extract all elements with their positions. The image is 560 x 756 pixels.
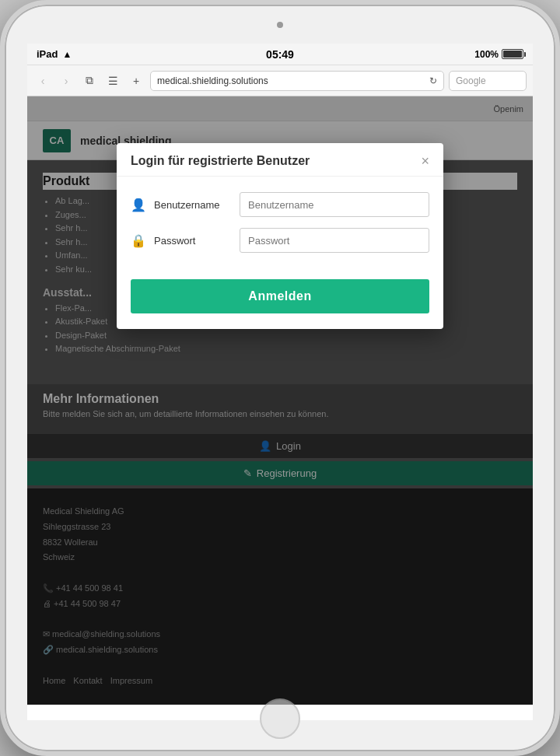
battery-icon [502, 49, 523, 59]
address-text: medical.shielding.solutions [157, 75, 429, 86]
username-label: Benutzername [154, 199, 240, 211]
ipad-screen: iPad ▲ 05:49 100% ‹ › ⧉ ☰ + [27, 44, 533, 720]
ipad-frame: iPad ▲ 05:49 100% ‹ › ⧉ ☰ + [0, 0, 560, 756]
clock: 05:49 [266, 48, 294, 61]
modal-title: Login für registrierte Benutzer [131, 154, 310, 168]
modal-header: Login für registrierte Benutzer × [117, 143, 443, 177]
ipad-camera [277, 22, 283, 28]
forward-button[interactable]: › [57, 72, 75, 90]
username-icon: 👤 [131, 198, 154, 212]
login-modal: Login für registrierte Benutzer × 👤 Benu… [117, 143, 443, 329]
anmelden-button[interactable]: Anmelden [131, 279, 429, 313]
username-input[interactable] [240, 192, 429, 217]
address-bar[interactable]: medical.shielding.solutions ↻ [150, 71, 444, 91]
search-placeholder: Google [456, 75, 486, 86]
webpage: Öpenim CA medical shielding Produkt Ab L… [27, 96, 533, 705]
status-bar: iPad ▲ 05:49 100% [27, 44, 533, 65]
back-button[interactable]: ‹ [33, 72, 52, 90]
modal-close-button[interactable]: × [421, 154, 429, 168]
modal-overlay: Login für registrierte Benutzer × 👤 Benu… [27, 96, 533, 705]
password-input[interactable] [240, 228, 429, 253]
refresh-button[interactable]: ↻ [429, 75, 437, 86]
status-left: iPad ▲ [37, 48, 72, 60]
browser-toolbar: ‹ › ⧉ ☰ + medical.shielding.solutions ↻ … [27, 65, 533, 96]
status-right: 100% [474, 49, 523, 60]
battery-label: 100% [474, 49, 499, 60]
search-bar[interactable]: Google [449, 71, 527, 91]
modal-footer: Anmelden [117, 279, 443, 329]
password-label: Passwort [154, 235, 240, 247]
wifi-icon: ▲ [62, 49, 72, 60]
home-button[interactable] [260, 698, 300, 739]
bookmarks-button[interactable]: ☰ [103, 72, 122, 90]
ipad-label: iPad [37, 48, 58, 60]
password-row: 🔒 Passwort [131, 228, 429, 253]
new-tab-button[interactable]: + [127, 72, 145, 90]
lock-icon: 🔒 [131, 233, 154, 248]
modal-body: 👤 Benutzername 🔒 Passwort [117, 177, 443, 279]
username-row: 👤 Benutzername [131, 192, 429, 217]
tabs-button[interactable]: ⧉ [80, 72, 99, 90]
